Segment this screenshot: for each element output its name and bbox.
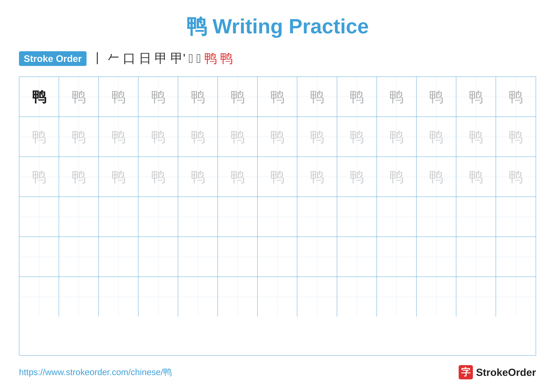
char-display: 鸭 — [111, 90, 126, 104]
grid-cell: 鸭 — [456, 157, 496, 197]
grid-cell — [377, 197, 416, 236]
grid-cell — [19, 197, 59, 236]
grid-row-1: 鸭 鸭 鸭 鸭 鸭 鸭 鸭 鸭 鸭 鸭 鸭 鸭 鸭 — [19, 77, 536, 117]
grid-cell: 鸭 — [337, 157, 377, 197]
grid-cell — [19, 237, 59, 277]
grid-cell: 鸭 — [496, 117, 536, 157]
grid-cell — [139, 277, 178, 317]
grid-cell: 鸭 — [297, 157, 337, 197]
grid-cell: 鸭 — [59, 117, 99, 157]
grid-row-2: 鸭 鸭 鸭 鸭 鸭 鸭 鸭 鸭 鸭 鸭 鸭 鸭 鸭 — [19, 117, 536, 157]
grid-cell — [297, 237, 337, 277]
stroke-sequence: 丨 𠂉 口 日 甲 甲' 𤰔 𪁚 鸭 鸭 — [91, 50, 233, 67]
logo-text: StrokeOrder — [476, 366, 536, 378]
stroke-8: 𪁚 — [196, 51, 201, 66]
grid-cell — [416, 277, 456, 317]
char-display: 鸭 — [350, 90, 364, 104]
grid-cell: 鸭 — [416, 157, 456, 197]
grid-cell — [99, 197, 139, 236]
grid-cell: 鸭 — [218, 117, 258, 157]
char-display: 鸭 — [231, 130, 245, 144]
grid-cell — [297, 197, 337, 236]
grid-cell — [337, 197, 377, 236]
stroke-1: 丨 — [91, 50, 104, 67]
char-display: 鸭 — [310, 130, 324, 144]
char-display: 鸭 — [429, 170, 443, 184]
char-display: 鸭 — [389, 170, 404, 184]
grid-cell: 鸭 — [59, 157, 99, 197]
stroke-order-badge: Stroke Order — [19, 51, 87, 66]
grid-row-5 — [19, 237, 536, 277]
char-display: 鸭 — [350, 130, 364, 144]
char-display: 鸭 — [151, 90, 165, 104]
grid-cell — [377, 277, 416, 317]
grid-cell — [456, 237, 496, 277]
char-display: 鸭 — [310, 90, 324, 104]
grid-cell: 鸭 — [178, 157, 218, 197]
char-display: 鸭 — [231, 170, 245, 184]
footer-url[interactable]: https://www.strokeorder.com/chinese/鸭 — [19, 366, 172, 378]
char-display: 鸭 — [469, 90, 483, 104]
char-display: 鸭 — [270, 90, 285, 104]
char-display: 鸭 — [270, 130, 285, 144]
grid-cell: 鸭 — [297, 77, 337, 117]
grid-cell: 鸭 — [377, 117, 416, 157]
stroke-order-row: Stroke Order 丨 𠂉 口 日 甲 甲' 𤰔 𪁚 鸭 鸭 — [19, 50, 536, 67]
grid-cell: 鸭 — [258, 157, 297, 197]
char-display: 鸭 — [389, 130, 404, 144]
grid-cell — [496, 237, 536, 277]
char-display: 鸭 — [509, 90, 523, 104]
grid-cell: 鸭 — [496, 157, 536, 197]
stroke-4: 日 — [139, 50, 151, 67]
grid-cell — [218, 277, 258, 317]
footer: https://www.strokeorder.com/chinese/鸭 字 … — [19, 365, 536, 379]
grid-cell — [416, 237, 456, 277]
char-display: 鸭 — [191, 90, 205, 104]
footer-logo: 字 StrokeOrder — [459, 365, 536, 379]
grid-cell — [337, 237, 377, 277]
grid-cell — [218, 237, 258, 277]
char-display: 鸭 — [509, 170, 523, 184]
char-display: 鸭 — [429, 130, 443, 144]
stroke-10: 鸭 — [220, 50, 233, 67]
grid-cell: 鸭 — [496, 77, 536, 117]
grid-cell — [496, 197, 536, 236]
grid-cell: 鸭 — [416, 77, 456, 117]
grid-cell — [99, 277, 139, 317]
grid-row-4 — [19, 197, 536, 237]
grid-cell — [456, 197, 496, 236]
grid-cell: 鸭 — [377, 157, 416, 197]
grid-cell: 鸭 — [99, 77, 139, 117]
grid-cell — [59, 237, 99, 277]
grid-cell: 鸭 — [139, 77, 178, 117]
stroke-6: 甲' — [170, 50, 185, 67]
char-display: 鸭 — [509, 130, 523, 144]
grid-cell — [59, 197, 99, 236]
grid-cell — [59, 277, 99, 317]
stroke-5: 甲 — [154, 50, 167, 67]
grid-cell — [297, 277, 337, 317]
grid-cell: 鸭 — [19, 157, 59, 197]
stroke-7: 𤰔 — [189, 51, 193, 66]
grid-cell — [456, 277, 496, 317]
char-display: 鸭 — [389, 90, 404, 104]
grid-cell — [416, 197, 456, 236]
char-display: 鸭 — [191, 170, 205, 184]
char-display: 鸭 — [270, 170, 285, 184]
grid-cell — [139, 197, 178, 236]
grid-cell — [496, 277, 536, 317]
char-display: 鸭 — [469, 130, 483, 144]
grid-cell: 鸭 — [297, 117, 337, 157]
char-display: 鸭 — [32, 170, 46, 184]
char-display: 鸭 — [72, 130, 86, 144]
grid-row-3: 鸭 鸭 鸭 鸭 鸭 鸭 鸭 鸭 鸭 鸭 鸭 鸭 鸭 — [19, 157, 536, 197]
grid-cell: 鸭 — [139, 157, 178, 197]
page-title: 鸭 Writing Practice — [19, 13, 536, 41]
grid-cell: 鸭 — [258, 77, 297, 117]
char-display: 鸭 — [111, 170, 126, 184]
grid-cell: 鸭 — [178, 77, 218, 117]
grid-cell — [178, 277, 218, 317]
char-display: 鸭 — [72, 90, 86, 104]
grid-cell: 鸭 — [218, 157, 258, 197]
grid-cell: 鸭 — [218, 77, 258, 117]
